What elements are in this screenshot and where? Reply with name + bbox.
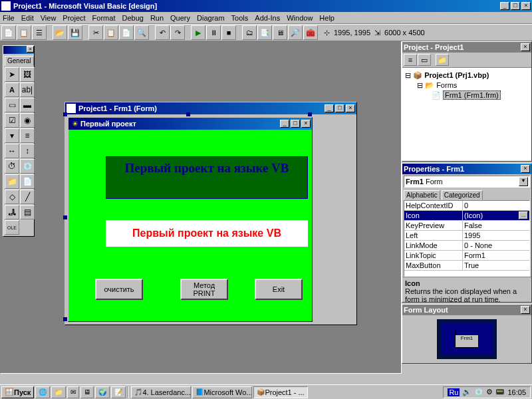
- form-layout-close-button[interactable]: ×: [521, 306, 530, 314]
- paste-button[interactable]: 📄: [119, 25, 134, 40]
- timer-tool[interactable]: ⏱: [5, 159, 19, 174]
- add-project-button[interactable]: 📄: [1, 25, 16, 40]
- quicklaunch-icon[interactable]: 🌐: [35, 386, 50, 398]
- optionbutton-tool[interactable]: ◉: [20, 113, 35, 128]
- property-row[interactable]: MaxButtonTrue: [404, 261, 529, 271]
- menu-edit[interactable]: Edit: [21, 14, 34, 22]
- toolbox-header[interactable]: ×: [3, 46, 34, 54]
- cut-button[interactable]: ✂: [88, 25, 103, 40]
- menu-file[interactable]: File: [3, 14, 15, 22]
- quicklaunch-icon[interactable]: 🖥: [80, 386, 94, 398]
- lang-indicator[interactable]: Ru: [448, 388, 460, 396]
- resize-handle[interactable]: [63, 215, 67, 219]
- properties-close-button[interactable]: ×: [521, 165, 530, 173]
- tree-forms-folder[interactable]: ⊟ 📂 Forms: [405, 80, 529, 90]
- inner-close-button[interactable]: ×: [301, 120, 311, 128]
- tab-categorized[interactable]: Categorized: [442, 190, 483, 200]
- hscroll-tool[interactable]: ↔: [5, 144, 19, 158]
- minimize-button[interactable]: _: [500, 2, 509, 10]
- system-tray[interactable]: Ru 🔊 💿 ⚙ 📟 16:05: [443, 386, 531, 398]
- project-explorer-button[interactable]: 🗂: [242, 25, 257, 40]
- commandbutton-tool[interactable]: ▬: [20, 98, 35, 112]
- task-button[interactable]: 📘 Microsoft Wo...: [192, 386, 252, 398]
- quicklaunch-icon[interactable]: 🌍: [95, 386, 110, 398]
- property-row[interactable]: LinkTopicForm1: [404, 251, 529, 261]
- ellipsis-button[interactable]: ...: [519, 211, 528, 219]
- tab-alphabetic[interactable]: Alphabetic: [404, 190, 440, 200]
- task-button[interactable]: 🎵 4. Laserdanc...: [131, 386, 191, 398]
- combobox-tool[interactable]: ▾: [5, 128, 19, 143]
- open-button[interactable]: 📂: [53, 25, 67, 40]
- object-browser-button[interactable]: 🔎: [288, 25, 303, 40]
- project-explorer-titlebar[interactable]: Project - Project1 ×: [402, 42, 531, 53]
- start-button[interactable]: 🪟 Пуск: [1, 386, 34, 398]
- label2-control[interactable]: Первый проект на языке VB: [106, 220, 308, 247]
- add-form-button[interactable]: 📋: [17, 25, 31, 40]
- view-code-button[interactable]: ≡: [404, 54, 417, 66]
- project-tree[interactable]: ⊟ 📦 Project1 (Prj1.vbp) ⊟ 📂 Forms 📄 Frm1…: [402, 68, 531, 161]
- menu-format[interactable]: Format: [92, 14, 116, 22]
- menu-run[interactable]: Run: [150, 14, 164, 22]
- toolbox-close-icon[interactable]: ×: [27, 46, 34, 53]
- quicklaunch-icon[interactable]: 📁: [51, 386, 66, 398]
- tray-icon[interactable]: 🔊: [462, 388, 471, 396]
- inner-maximize-button[interactable]: □: [291, 120, 300, 128]
- data-tool[interactable]: ▤: [20, 205, 35, 219]
- save-button[interactable]: 💾: [68, 25, 82, 40]
- pointer-tool[interactable]: ➤: [5, 67, 19, 82]
- menu-view[interactable]: View: [41, 14, 57, 22]
- end-button[interactable]: ■: [221, 25, 236, 40]
- dirlist-tool[interactable]: 📁: [5, 174, 19, 189]
- menu-addins[interactable]: Add-Ins: [255, 14, 280, 22]
- form-layout-body[interactable]: Frm1: [402, 315, 531, 363]
- form-maximize-button[interactable]: □: [335, 104, 344, 112]
- vscroll-tool[interactable]: ↕: [20, 144, 35, 158]
- form-close-button[interactable]: ×: [346, 104, 355, 112]
- filelist-tool[interactable]: 📄: [20, 174, 35, 189]
- shape-tool[interactable]: ◇: [5, 190, 19, 204]
- form-window-titlebar[interactable]: Project1 - Frm1 (Form) _ □ ×: [65, 102, 356, 114]
- properties-titlebar[interactable]: Properties - Frm1 ×: [402, 164, 531, 174]
- image-tool[interactable]: 🏞: [5, 205, 19, 219]
- property-row[interactable]: KeyPreviewFalse: [404, 221, 529, 231]
- line-tool[interactable]: ╱: [20, 190, 35, 204]
- label1-control[interactable]: Первый проект на языке VB: [106, 156, 308, 199]
- tray-icon[interactable]: 📟: [495, 388, 505, 396]
- toolbox-tab-general[interactable]: General: [5, 56, 34, 66]
- close-button[interactable]: ×: [521, 2, 531, 10]
- picturebox-tool[interactable]: 🖼: [20, 67, 35, 82]
- menu-project[interactable]: Project: [63, 14, 85, 22]
- layout-form-thumbnail[interactable]: Frm1: [455, 331, 479, 348]
- property-row[interactable]: Left1995: [404, 231, 529, 241]
- tree-form-item[interactable]: 📄 Frm1 (Frm1.frm): [405, 90, 529, 100]
- dropdown-icon[interactable]: ▼: [519, 177, 528, 186]
- redo-button[interactable]: ↷: [170, 25, 185, 40]
- start-button[interactable]: ▶: [191, 25, 205, 40]
- menu-window[interactable]: Window: [287, 14, 313, 22]
- form-canvas[interactable]: Первый проект на языке VB Первый проект …: [68, 130, 312, 321]
- toolbox-button[interactable]: 🧰: [303, 25, 318, 40]
- menu-tools[interactable]: Tools: [231, 14, 249, 22]
- resize-handle[interactable]: [63, 317, 67, 321]
- menu-debug[interactable]: Debug: [122, 14, 143, 22]
- drivelist-tool[interactable]: 💿: [20, 159, 35, 174]
- view-object-button[interactable]: ▭: [418, 54, 431, 66]
- property-row[interactable]: LinkMode0 - None: [404, 241, 529, 251]
- menu-query[interactable]: Query: [170, 14, 190, 22]
- properties-button[interactable]: 📑: [257, 25, 272, 40]
- label-tool[interactable]: A: [5, 82, 19, 97]
- tray-icon[interactable]: 💿: [474, 388, 483, 396]
- form-layout-button[interactable]: 🖥: [273, 25, 287, 40]
- undo-button[interactable]: ↶: [155, 25, 170, 40]
- find-button[interactable]: 🔍: [134, 25, 149, 40]
- form-minimize-button[interactable]: _: [325, 104, 334, 112]
- ole-tool[interactable]: OLE: [5, 220, 19, 235]
- clear-button-control[interactable]: очистить: [95, 279, 143, 300]
- quicklaunch-icon[interactable]: 📝: [111, 386, 126, 398]
- clock[interactable]: 16:05: [507, 388, 526, 396]
- tree-project-node[interactable]: ⊟ 📦 Project1 (Prj1.vbp): [405, 70, 529, 80]
- toggle-folders-button[interactable]: 📁: [436, 54, 449, 66]
- checkbox-tool[interactable]: ☑: [5, 113, 19, 128]
- copy-button[interactable]: 📋: [104, 25, 118, 40]
- property-row[interactable]: Icon(Icon)...: [404, 211, 529, 221]
